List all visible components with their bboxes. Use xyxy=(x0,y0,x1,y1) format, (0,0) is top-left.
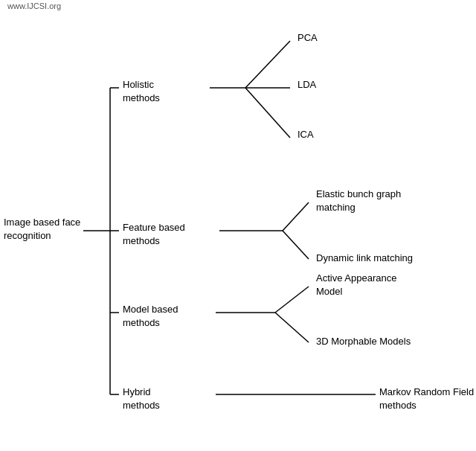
feature-label: Feature basedmethods xyxy=(123,221,185,248)
svg-line-11 xyxy=(283,202,309,231)
holistic-label: Holisticmethods xyxy=(123,78,160,105)
markov-label: Markov Random Fieldmethods xyxy=(379,386,476,412)
svg-line-9 xyxy=(245,88,290,138)
elastic-label: Elastic bunch graphmatching xyxy=(316,188,457,214)
svg-line-15 xyxy=(275,313,309,342)
model-label: Model basedmethods xyxy=(123,303,178,330)
ica-label: ICA xyxy=(298,128,314,141)
hybrid-label: Hybridmethods xyxy=(123,386,160,412)
diagram: www.IJCSI.org xyxy=(0,0,476,451)
root-label: Image based facerecognition xyxy=(4,216,82,243)
pca-label: PCA xyxy=(298,31,318,45)
svg-line-12 xyxy=(283,231,309,259)
dynamic-label: Dynamic link matching xyxy=(316,252,413,265)
morphable-label: 3D Morphable Models xyxy=(316,335,411,348)
svg-line-7 xyxy=(245,41,290,88)
lda-label: LDA xyxy=(298,78,316,92)
svg-line-14 xyxy=(275,287,309,313)
active-label: Active AppearanceModel xyxy=(316,272,457,298)
